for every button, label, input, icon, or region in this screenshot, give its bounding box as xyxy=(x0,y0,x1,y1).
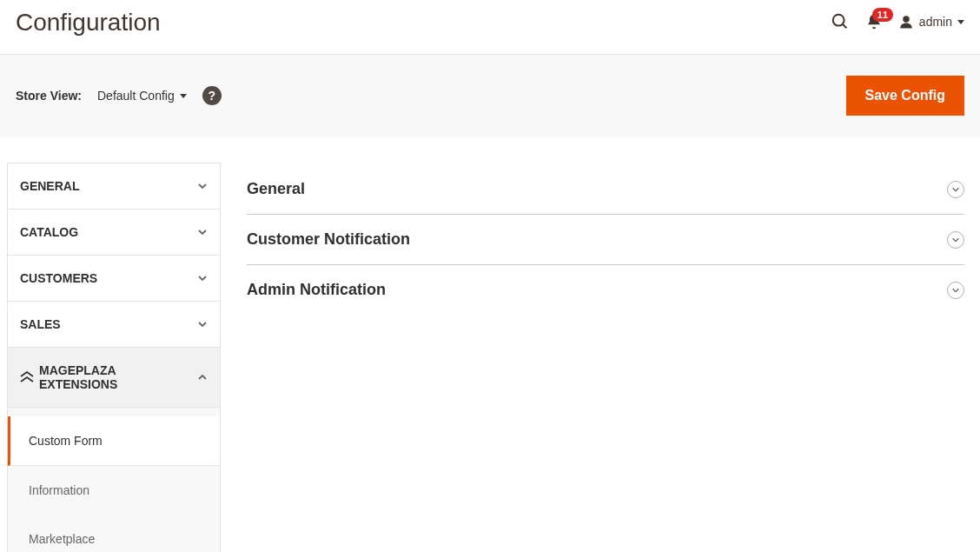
sidebar-item-label: GENERAL xyxy=(20,179,79,193)
chevron-down-icon xyxy=(197,227,208,237)
sidebar-item-label: CUSTOMERS xyxy=(20,271,97,285)
store-view-value: Default Config xyxy=(97,89,175,103)
toolbar: Store View: Default Config ? Save Config xyxy=(0,54,980,136)
user-icon xyxy=(898,14,914,30)
caret-down-icon xyxy=(180,94,187,98)
page-header: Configuration 11 admin xyxy=(0,0,980,54)
config-sidebar: GENERAL CATALOG CUSTOMERS SALES MAGEPLAZ… xyxy=(7,163,221,552)
expand-icon xyxy=(947,282,964,299)
notification-badge: 11 xyxy=(872,8,893,22)
username-label: admin xyxy=(919,15,952,29)
chevron-down-icon xyxy=(197,181,208,191)
help-icon[interactable]: ? xyxy=(202,86,222,105)
svg-line-1 xyxy=(843,24,847,29)
sidebar-item-general[interactable]: GENERAL xyxy=(8,163,220,209)
caret-down-icon xyxy=(957,20,964,24)
sidebar-item-catalog[interactable]: CATALOG xyxy=(8,209,220,256)
chevron-down-icon xyxy=(197,273,208,283)
section-title: Customer Notification xyxy=(247,230,410,249)
sidebar-sub-custom-form[interactable]: Custom Form xyxy=(8,416,220,466)
user-menu[interactable]: admin xyxy=(898,14,964,30)
expand-icon xyxy=(947,231,964,249)
section-title: Admin Notification xyxy=(247,281,386,299)
notifications-button[interactable]: 11 xyxy=(865,13,883,30)
chevron-up-icon xyxy=(197,372,208,382)
toolbar-left: Store View: Default Config ? xyxy=(16,86,222,105)
search-button[interactable] xyxy=(831,12,850,31)
section-customer-notification[interactable]: Customer Notification xyxy=(247,215,964,265)
section-admin-notification[interactable]: Admin Notification xyxy=(247,265,964,315)
store-view-select[interactable]: Default Config xyxy=(97,89,187,103)
search-icon xyxy=(831,12,850,31)
mageplaza-icon xyxy=(20,371,34,383)
content: GENERAL CATALOG CUSTOMERS SALES MAGEPLAZ… xyxy=(0,136,980,552)
sidebar-item-label: SALES xyxy=(20,317,61,331)
sidebar-item-mageplaza[interactable]: MAGEPLAZA EXTENSIONS xyxy=(8,348,220,408)
sidebar-submenu: Custom Form Information Marketplace xyxy=(8,408,220,552)
header-actions: 11 admin xyxy=(831,12,964,31)
page-title: Configuration xyxy=(16,9,161,37)
sidebar-item-customers[interactable]: CUSTOMERS xyxy=(8,256,220,302)
main-panel: General Customer Notification Admin Noti… xyxy=(247,163,964,552)
sidebar-sub-marketplace[interactable]: Marketplace xyxy=(8,515,220,552)
sidebar-sub-information[interactable]: Information xyxy=(8,466,220,515)
save-config-button[interactable]: Save Config xyxy=(846,76,964,116)
section-general[interactable]: General xyxy=(247,164,964,215)
sidebar-item-label-wrap: MAGEPLAZA EXTENSIONS xyxy=(20,363,197,391)
sidebar-item-label: CATALOG xyxy=(20,225,78,239)
svg-point-0 xyxy=(833,15,844,26)
svg-point-2 xyxy=(903,16,910,23)
section-title: General xyxy=(247,180,305,198)
expand-icon xyxy=(947,181,964,198)
store-view-label: Store View: xyxy=(16,89,82,103)
chevron-down-icon xyxy=(197,319,208,329)
sidebar-item-sales[interactable]: SALES xyxy=(8,302,220,348)
